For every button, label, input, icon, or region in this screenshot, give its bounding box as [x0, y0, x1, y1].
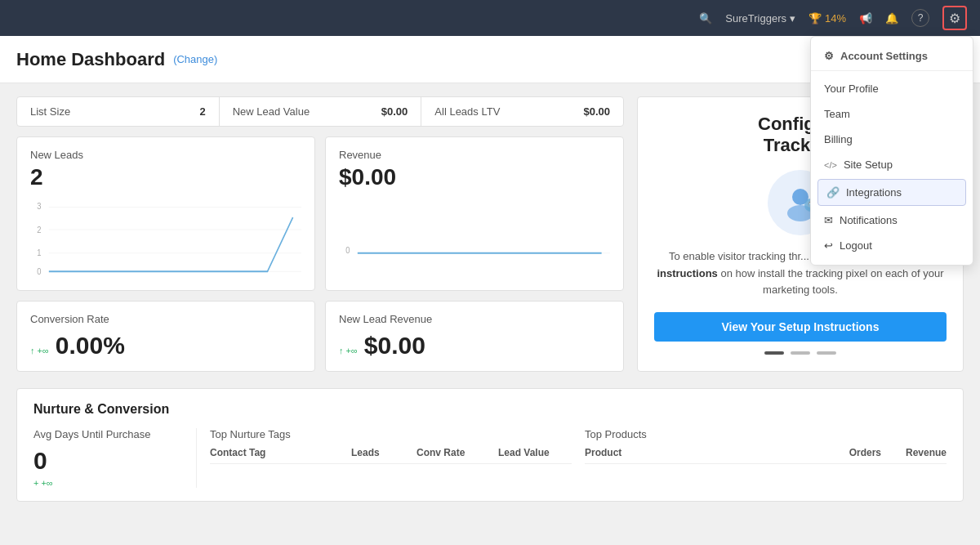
charts-row: New Leads 2 3 2 1 0	[16, 136, 624, 291]
suretriggers-button[interactable]: SureTriggers ▾	[725, 12, 795, 25]
nurture-grid: Avg Days Until Purchase 0 + +∞ Top Nurtu…	[33, 428, 947, 488]
svg-text:0: 0	[345, 245, 350, 255]
dropdown-header-icon: ⚙	[824, 50, 834, 62]
new-leads-chart-card: New Leads 2 3 2 1 0	[16, 136, 315, 291]
page-title-area: Home Dashboard (Change)	[16, 49, 217, 70]
svg-text:3: 3	[37, 201, 41, 211]
conversion-rate-value: 0.00%	[56, 332, 125, 360]
top-nav: 🔍 SureTriggers ▾ 🏆 14% 📢 🔔 ? ⚙ ⚙ Account…	[0, 0, 980, 36]
avg-days-title: Avg Days Until Purchase	[33, 428, 183, 440]
search-icon[interactable]: 🔍	[699, 12, 712, 25]
col-leads: Leads	[351, 447, 416, 458]
help-icon[interactable]: ?	[911, 9, 929, 27]
avg-days-change: + +∞	[33, 478, 183, 488]
dropdown-item-team[interactable]: Team	[811, 101, 973, 127]
trophy-percent: 14%	[825, 12, 846, 25]
nurture-section: Nurture & Conversion Avg Days Until Purc…	[16, 388, 964, 502]
all-leads-ltv-value: $0.00	[583, 105, 610, 118]
stat-all-leads-ltv: All Leads LTV $0.00	[421, 97, 623, 126]
stat-list-size: List Size 2	[17, 97, 220, 126]
revenue-svg: 0 Sep 25 Oct 2 Oct 9 Oct 16 Oct 23	[339, 197, 610, 279]
conversion-rate-change: ↑ +∞	[30, 346, 49, 355]
trophy-glyph: 🏆	[808, 12, 822, 25]
integrations-label: Integrations	[846, 186, 902, 199]
dropdown-header-label: Account Settings	[840, 50, 928, 62]
top-nurture-tags-title: Top Nurture Tags	[210, 428, 572, 440]
new-leads-value: 2	[30, 164, 301, 190]
svg-text:1: 1	[37, 248, 41, 258]
top-nurture-tags: Top Nurture Tags Contact Tag Leads Conv …	[210, 428, 572, 488]
top-products: Top Products Product Orders Revenue	[585, 428, 947, 488]
all-leads-ltv-label: All Leads LTV	[434, 105, 500, 118]
dropdown-item-integrations[interactable]: 🔗 Integrations	[817, 179, 966, 206]
list-size-value: 2	[199, 105, 205, 118]
dropdown-item-billing[interactable]: Billing	[811, 127, 973, 152]
new-leads-svg: 3 2 1 0 Sep 25 Oct 2 Oct	[30, 197, 301, 279]
stat-new-lead-value: New Lead Value $0.00	[220, 97, 422, 126]
list-size-label: List Size	[30, 105, 70, 118]
revenue-value: $0.00	[339, 164, 610, 190]
announce-icon[interactable]: 📢	[859, 12, 872, 25]
logout-label: Logout	[840, 239, 872, 252]
revenue-title: Revenue	[339, 149, 610, 161]
page-title: Home Dashboard	[16, 49, 165, 70]
left-column: List Size 2 New Lead Value $0.00 All Lea…	[16, 96, 624, 372]
nurture-title: Nurture & Conversion	[33, 402, 947, 417]
new-lead-value-value: $0.00	[381, 105, 408, 118]
new-lead-revenue-value: $0.00	[364, 332, 425, 360]
gear-button[interactable]: ⚙	[942, 6, 967, 30]
dropdown-header: ⚙ Account Settings	[811, 43, 973, 71]
col-revenue: Revenue	[881, 447, 947, 458]
notifications-icon: ✉	[824, 214, 833, 226]
col-product: Product	[585, 447, 816, 458]
new-lead-revenue-title: New Lead Revenue	[339, 313, 610, 325]
team-label: Team	[824, 108, 850, 120]
dropdown-item-notifications[interactable]: ✉ Notifications	[811, 208, 973, 233]
dot-1	[764, 351, 784, 355]
new-lead-value-label: New Lead Value	[233, 105, 310, 118]
metrics-row: Conversion Rate ↑ +∞ 0.00% New Lead Reve…	[16, 301, 624, 372]
dropdown-item-logout[interactable]: ↩ Logout	[811, 233, 973, 258]
suretriggers-label: SureTriggers	[725, 12, 786, 25]
setup-instructions-button[interactable]: View Your Setup Instructions	[654, 312, 947, 342]
conversion-rate-title: Conversion Rate	[30, 313, 301, 325]
account-dropdown-menu: ⚙ Account Settings Your Profile Team Bil…	[810, 36, 973, 266]
full-content: Nurture & Conversion Avg Days Until Purc…	[0, 388, 980, 518]
billing-label: Billing	[824, 133, 853, 145]
svg-text:2: 2	[37, 225, 41, 235]
stats-row: List Size 2 New Lead Value $0.00 All Lea…	[16, 96, 624, 127]
logout-icon: ↩	[824, 239, 833, 252]
dot-3	[817, 351, 836, 355]
products-header: Product Orders Revenue	[585, 447, 947, 464]
sitesetup-label: Site Setup	[844, 159, 893, 171]
revenue-chart-card: Revenue $0.00 0 Sep 25 Oct 2 Oct 9 Oct 1…	[325, 136, 624, 291]
change-link[interactable]: (Change)	[173, 53, 217, 65]
avg-days-change-value: + +∞	[33, 478, 53, 488]
revenue-chart-area: 0 Sep 25 Oct 2 Oct 9 Oct 16 Oct 23	[339, 197, 610, 279]
profile-label: Your Profile	[824, 83, 879, 95]
integrations-icon: 🔗	[826, 186, 840, 199]
notifications-label: Notifications	[840, 214, 898, 226]
col-lead-value: Lead Value	[498, 447, 572, 458]
sitesetup-icon: </>	[824, 160, 837, 170]
svg-text:0: 0	[37, 266, 41, 276]
conversion-rate-card: Conversion Rate ↑ +∞ 0.00%	[16, 301, 315, 372]
new-leads-title: New Leads	[30, 149, 301, 161]
new-lead-revenue-card: New Lead Revenue ↑ +∞ $0.00	[325, 301, 624, 372]
col-conv-rate: Conv Rate	[416, 447, 498, 458]
avg-days-box: Avg Days Until Purchase 0 + +∞	[33, 428, 197, 488]
suretriggers-dropdown-icon: ▾	[790, 12, 795, 25]
dot-2	[791, 351, 810, 355]
new-leads-chart-area: 3 2 1 0 Sep 25 Oct 2 Oct	[30, 197, 301, 279]
bell-icon[interactable]: 🔔	[885, 12, 898, 25]
dropdown-item-profile[interactable]: Your Profile	[811, 76, 973, 101]
nurture-tags-header: Contact Tag Leads Conv Rate Lead Value	[210, 447, 572, 464]
top-products-title: Top Products	[585, 428, 947, 440]
new-lead-revenue-change: ↑ +∞	[339, 346, 358, 355]
avg-days-value: 0	[33, 447, 183, 475]
col-contact-tag: Contact Tag	[210, 447, 351, 458]
col-orders: Orders	[816, 447, 881, 458]
carousel-dots	[654, 351, 947, 355]
dropdown-item-sitesetup[interactable]: </> Site Setup	[811, 152, 973, 177]
trophy-icon[interactable]: 🏆 14%	[808, 12, 846, 25]
